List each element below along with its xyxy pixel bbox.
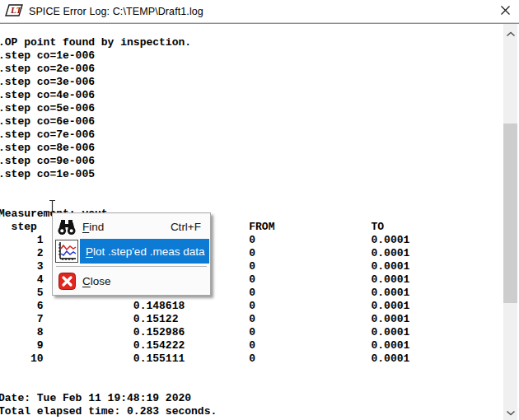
ltspice-app-icon: LT — [5, 3, 23, 20]
context-menu: Find Ctrl+F Plot .step'ed .meas data — [52, 212, 211, 296]
scroll-up-button[interactable] — [503, 26, 517, 40]
vertical-scrollbar[interactable] — [503, 24, 517, 420]
window-title: SPICE Error Log: C:\TEMP\Draft1.log — [29, 6, 203, 17]
menu-item-close-label: Close — [82, 275, 111, 287]
log-content-area[interactable]: .OP point found by inspection. .step co=… — [0, 23, 519, 420]
svg-text:LT: LT — [10, 5, 23, 15]
close-red-x-icon — [54, 273, 80, 290]
menu-separator — [56, 266, 207, 267]
scrollbar-thumb[interactable] — [503, 124, 517, 303]
menu-item-find-shortcut: Ctrl+F — [171, 221, 209, 233]
title-bar[interactable]: LT SPICE Error Log: C:\TEMP\Draft1.log — [0, 0, 519, 23]
plot-icon — [55, 240, 78, 263]
close-icon — [500, 5, 511, 18]
chevron-up-icon — [506, 26, 516, 40]
menu-item-plot-stepped-meas-data[interactable]: Plot .step'ed .meas data — [54, 239, 209, 264]
scroll-down-button[interactable] — [503, 404, 517, 418]
menu-item-plot-label: Plot .step'ed .meas data — [80, 239, 209, 264]
menu-item-close[interactable]: Close — [54, 269, 209, 293]
chevron-down-icon — [506, 404, 516, 419]
menu-item-find-label: Find — [82, 221, 104, 233]
close-button[interactable] — [491, 1, 519, 22]
binoculars-icon — [54, 218, 80, 236]
menu-item-find[interactable]: Find Ctrl+F — [54, 215, 209, 239]
